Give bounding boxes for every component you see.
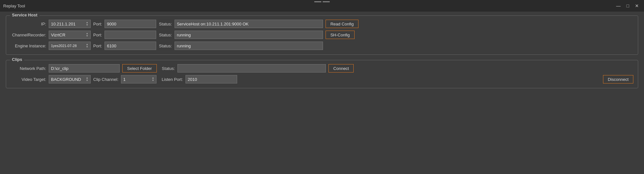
status-label-3: Status: — [159, 44, 172, 48]
sh-config-button[interactable]: SH-Config — [326, 31, 355, 39]
clips-status-label: Status: — [162, 66, 175, 71]
main-content: Service Host IP: 10.211.1.201 ▲ ▼ Port: … — [0, 12, 644, 97]
status-input-3 — [175, 42, 323, 50]
engine-instance-row: Engine Instance: 1yes2021-07-28 ▲ ▼ Port… — [11, 42, 633, 50]
window-controls: — □ ✕ — [614, 3, 641, 9]
maximize-button[interactable]: □ — [625, 3, 631, 9]
vt-spin[interactable]: ▲ ▼ — [86, 77, 88, 82]
ip-input[interactable]: 10.211.1.201 ▲ ▼ — [49, 20, 91, 28]
port-input-2[interactable] — [105, 31, 156, 39]
engine-instance-value: 1yes2021-07-28 — [51, 44, 77, 48]
status-input-2 — [175, 31, 323, 39]
ip-spin[interactable]: ▲ ▼ — [86, 21, 88, 26]
ip-label: IP: — [11, 22, 46, 26]
vt-down-arrow[interactable]: ▼ — [86, 79, 88, 82]
status-input-1 — [175, 20, 323, 28]
clips-section: Clips Network Path: Select Folder Status… — [6, 60, 638, 88]
disconnect-button[interactable]: Disconnect — [603, 75, 633, 83]
video-target-label: Video Target: — [11, 77, 46, 82]
minimize-button[interactable]: — — [614, 3, 623, 9]
network-path-row: Network Path: Select Folder Status: Conn… — [11, 64, 633, 72]
status-label-2: Status: — [159, 33, 172, 37]
ip-down-arrow[interactable]: ▼ — [86, 24, 88, 26]
clips-status-input — [177, 64, 326, 72]
drag-handle — [314, 1, 330, 2]
port-label-1: Port: — [93, 22, 102, 26]
channel-recorder-value: VizrtCR — [51, 33, 65, 37]
clip-channel-label: Clip Channel: — [93, 77, 118, 82]
title-bar: Replay Tool — □ ✕ — [0, 0, 644, 12]
clip-channel-input[interactable]: 1 ▲ ▼ — [121, 75, 156, 83]
service-host-title: Service Host — [10, 13, 39, 17]
connect-button[interactable]: Connect — [328, 64, 354, 72]
engine-instance-label: Engine Instance: — [11, 44, 46, 48]
cr-down-arrow[interactable]: ▼ — [86, 35, 88, 37]
read-config-button[interactable]: Read Config — [326, 20, 358, 28]
status-label-1: Status: — [159, 22, 172, 26]
video-target-value: BACKGROUND — [51, 77, 81, 82]
listen-port-input[interactable] — [186, 75, 237, 83]
port-input-3[interactable] — [105, 42, 156, 50]
video-target-row: Video Target: BACKGROUND ▲ ▼ Clip Channe… — [11, 75, 633, 83]
channel-recorder-row: ChannelRecorder: VizrtCR ▲ ▼ Port: Statu… — [11, 31, 633, 39]
ei-spin[interactable]: ▲ ▼ — [86, 43, 88, 48]
select-folder-button[interactable]: Select Folder — [122, 64, 157, 72]
service-host-section: Service Host IP: 10.211.1.201 ▲ ▼ Port: … — [6, 15, 638, 55]
network-path-label: Network Path: — [11, 66, 46, 71]
clips-title: Clips — [10, 57, 24, 62]
cc-down-arrow[interactable]: ▼ — [152, 79, 154, 82]
ip-value: 10.211.1.201 — [51, 22, 75, 26]
port-label-3: Port: — [93, 44, 102, 48]
window-title: Replay Tool — [3, 4, 25, 8]
port-label-2: Port: — [93, 33, 102, 37]
video-target-input[interactable]: BACKGROUND ▲ ▼ — [49, 75, 91, 83]
channel-recorder-input[interactable]: VizrtCR ▲ ▼ — [49, 31, 91, 39]
cc-spin[interactable]: ▲ ▼ — [152, 77, 154, 82]
ei-down-arrow[interactable]: ▼ — [86, 46, 88, 48]
channel-recorder-label: ChannelRecorder: — [11, 33, 46, 37]
clip-channel-value: 1 — [123, 77, 126, 82]
network-path-input[interactable] — [49, 64, 120, 72]
port-input-1[interactable] — [105, 20, 156, 28]
cr-spin[interactable]: ▲ ▼ — [86, 32, 88, 37]
close-button[interactable]: ✕ — [633, 3, 641, 9]
listen-port-label: Listen Port: — [162, 77, 183, 82]
engine-instance-input[interactable]: 1yes2021-07-28 ▲ ▼ — [49, 42, 91, 50]
ip-row: IP: 10.211.1.201 ▲ ▼ Port: Status: Read … — [11, 20, 633, 28]
